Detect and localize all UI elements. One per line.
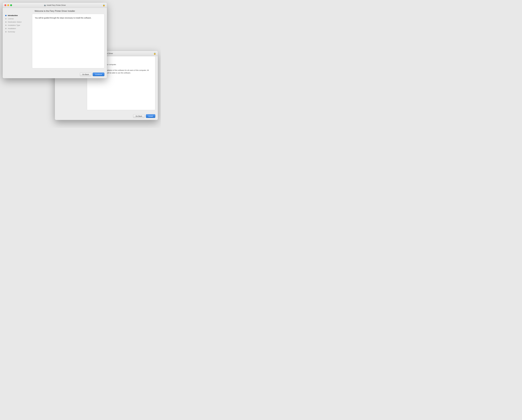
sidebar-label-summary: Summary (8, 31, 15, 33)
window1-main-content: You will be guided through the steps nec… (32, 14, 104, 68)
printer-emoji: 🖨️ (44, 4, 46, 6)
sidebar-item-summary[interactable]: Summary (5, 30, 30, 33)
window-header-1: Welcome to the Fiery Printer Driver Inst… (3, 8, 107, 14)
sidebar-label-dest: Destination Select (8, 21, 22, 23)
go-back-button-1[interactable]: Go Back (80, 73, 91, 76)
minimize-button-1[interactable] (7, 4, 9, 6)
intro-text: You will be guided through the steps nec… (35, 16, 102, 19)
window1-body: Introduction License Destination Select … (3, 14, 107, 71)
go-back-button-2[interactable]: Go Back (133, 114, 145, 118)
sidebar-dot-insttype (5, 25, 7, 26)
close-button-1[interactable] (4, 4, 6, 6)
window-1: 🖨️ Install Fiery Printer Driver 🔒 Welcom… (3, 3, 107, 78)
footer-2: Go Back Install (55, 113, 158, 120)
lock-icon-2: 🔒 (154, 52, 156, 55)
titlebar-1: 🖨️ Install Fiery Printer Driver 🔒 (3, 3, 107, 8)
install-button[interactable]: Install (146, 114, 155, 118)
sidebar-item-installation-type[interactable]: Installation Type (5, 24, 30, 27)
traffic-lights-1 (4, 4, 12, 6)
sidebar-dot-inst (5, 28, 7, 29)
sidebar-1: Introduction License Destination Select … (5, 14, 30, 68)
sidebar-item-installation[interactable]: Installation (5, 27, 30, 30)
title-text-1: Install Fiery Printer Driver (47, 4, 66, 6)
sidebar-item-introduction[interactable]: Introduction (5, 14, 30, 17)
maximize-button-1[interactable] (10, 4, 12, 6)
sidebar-label-insttype: Installation Type (8, 24, 20, 26)
sidebar-label-intro: Introduction (8, 15, 18, 16)
sidebar-dot-summary (5, 31, 7, 32)
sidebar-item-destination-select[interactable]: Destination Select (5, 20, 30, 24)
window1-content: Welcome to the Fiery Printer Driver Inst… (3, 8, 107, 78)
continue-button[interactable]: Continue (93, 73, 104, 76)
sidebar-dot-dest (5, 21, 7, 23)
sidebar-label-license: License (8, 18, 14, 20)
lock-icon-1: 🔒 (103, 4, 105, 6)
sidebar-dot-intro (5, 15, 7, 16)
sidebar-item-license[interactable]: License (5, 17, 30, 20)
sidebar-dot-license (5, 18, 7, 19)
titlebar-title-1: 🖨️ Install Fiery Printer Driver (44, 4, 66, 6)
sidebar-label-inst: Installation (8, 28, 16, 30)
footer-1: Go Back Continue (3, 71, 107, 78)
